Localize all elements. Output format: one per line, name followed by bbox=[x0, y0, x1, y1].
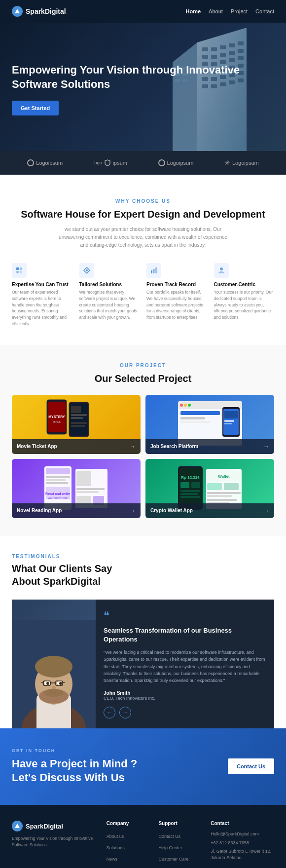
logo-item-3: Logoipsum bbox=[158, 159, 194, 166]
footer-link-contact[interactable]: Contact Us bbox=[158, 831, 201, 840]
footer-link-customer-care[interactable]: Customer Care bbox=[158, 854, 201, 863]
projects-grid: MYSTERY MINES Movie Ticket App → bbox=[12, 395, 274, 518]
svg-rect-46 bbox=[151, 270, 152, 273]
feature-title-2: Tailored Solutions bbox=[79, 282, 140, 287]
hero-cta-button[interactable]: Get Started bbox=[12, 101, 59, 115]
svg-rect-44 bbox=[20, 271, 22, 273]
svg-text:Rp 12.326: Rp 12.326 bbox=[181, 475, 200, 480]
svg-point-114 bbox=[59, 682, 62, 685]
footer-logo-icon bbox=[12, 821, 23, 831]
logo-star-icon: ✳ bbox=[224, 159, 230, 167]
footer-link-news[interactable]: News bbox=[107, 854, 149, 863]
footer-company-title: Company bbox=[107, 821, 149, 826]
footer-company-links: About us Solutions News Legal Privacy Po… bbox=[107, 831, 149, 868]
project-label-movie: Movie Ticket App → bbox=[12, 439, 141, 454]
project-card-movie[interactable]: MYSTERY MINES Movie Ticket App → bbox=[12, 395, 141, 454]
footer-brand: SparkDigital Empowering Your Vision thro… bbox=[12, 821, 97, 868]
svg-point-45 bbox=[86, 269, 88, 271]
testimonial-content: ❝ Seamless Transformation of our Busines… bbox=[96, 600, 274, 728]
hero-section: Empowering Your Vision through Innovativ… bbox=[0, 23, 286, 151]
svg-rect-67 bbox=[180, 417, 205, 419]
testimonials-heading: What Our Clients Say About SparkDigital bbox=[12, 562, 274, 588]
testimonial-prev-button[interactable]: ← bbox=[104, 707, 115, 718]
svg-rect-95 bbox=[180, 496, 200, 498]
svg-rect-10 bbox=[220, 53, 226, 57]
cta-contact-button[interactable]: Contact Us bbox=[228, 758, 274, 774]
footer-tagline: Empowering Your Vision through Innovativ… bbox=[12, 835, 97, 848]
svg-line-119 bbox=[63, 682, 65, 683]
arrow-icon-job: → bbox=[263, 443, 269, 450]
testimonial-next-button[interactable]: → bbox=[119, 707, 131, 718]
svg-rect-85 bbox=[76, 491, 99, 493]
svg-point-63 bbox=[180, 404, 183, 407]
project-card-job[interactable]: Job Search Platform → bbox=[145, 395, 274, 454]
feature-title-4: Customer-Centric bbox=[214, 282, 275, 287]
footer-link-about[interactable]: About us bbox=[107, 831, 149, 840]
svg-rect-76 bbox=[46, 476, 70, 478]
testimonials-section: TESTIMONIALS What Our Clients Say About … bbox=[0, 536, 286, 728]
footer-support-links: Contact Us Help Center Customer Care bbox=[158, 831, 201, 863]
svg-rect-94 bbox=[180, 493, 198, 495]
svg-rect-17 bbox=[238, 56, 244, 60]
logo-item-4: ✳ Logoipsum bbox=[224, 159, 259, 167]
svg-rect-77 bbox=[46, 479, 66, 481]
svg-text:MINES: MINES bbox=[53, 420, 61, 423]
svg-marker-122 bbox=[15, 824, 20, 828]
testimonial-card: ❝ Seamless Transformation of our Busines… bbox=[12, 600, 274, 728]
svg-rect-72 bbox=[224, 420, 234, 422]
footer-link-help[interactable]: Help Center bbox=[158, 842, 201, 851]
navbar: SparkDigital Home About Project Contact bbox=[0, 0, 286, 23]
nav-contact[interactable]: Contact bbox=[255, 8, 274, 14]
footer-phone: +62 812 8334 7658 bbox=[211, 840, 274, 846]
hero-heading: Empowering Your Vision through Innovativ… bbox=[12, 63, 274, 91]
why-title: Software House for Expert Design and Dev… bbox=[12, 208, 274, 221]
feature-customer: Customer-Centric Your success is our pri… bbox=[214, 263, 275, 327]
quote-mark-icon: ❝ bbox=[104, 609, 266, 622]
arrow-icon-novel: → bbox=[130, 507, 136, 514]
nav-logo: SparkDigital bbox=[12, 6, 66, 17]
svg-rect-9 bbox=[211, 55, 217, 59]
nav-links: Home About Project Contact bbox=[186, 8, 274, 14]
footer-link-solutions[interactable]: Solutions bbox=[107, 842, 149, 851]
project-label-job: Job Search Platform → bbox=[145, 439, 274, 454]
nav-about[interactable]: About bbox=[209, 8, 223, 14]
svg-rect-92 bbox=[191, 482, 200, 488]
footer-support-title: Support bbox=[158, 821, 201, 826]
footer-top: SparkDigital Empowering Your Vision thro… bbox=[12, 821, 274, 868]
svg-rect-100 bbox=[224, 483, 239, 490]
svg-rect-4 bbox=[211, 47, 217, 51]
logo-shield-icon bbox=[104, 159, 111, 166]
svg-point-64 bbox=[184, 404, 187, 407]
svg-rect-58 bbox=[71, 417, 83, 419]
svg-point-65 bbox=[188, 404, 191, 407]
feature-desc-2: We recognize that every software project… bbox=[79, 289, 140, 321]
nav-project[interactable]: Project bbox=[231, 8, 248, 14]
feature-tailored: Tailored Solutions We recognize that eve… bbox=[79, 263, 140, 327]
svg-rect-71 bbox=[224, 411, 238, 418]
svg-rect-66 bbox=[180, 411, 220, 415]
nav-home[interactable]: Home bbox=[186, 8, 201, 14]
svg-rect-7 bbox=[238, 41, 244, 45]
testimonial-photo bbox=[12, 600, 96, 728]
arrow-icon-crypto: → bbox=[263, 507, 269, 514]
svg-rect-56 bbox=[71, 406, 81, 413]
project-card-crypto[interactable]: Rp 12.326 Wallet bbox=[145, 459, 274, 518]
project-card-novel[interactable]: Read and write your story here Novel Rea… bbox=[12, 459, 141, 518]
svg-rect-11 bbox=[229, 51, 235, 55]
svg-rect-93 bbox=[180, 490, 200, 492]
track-record-icon bbox=[146, 263, 161, 278]
testimonial-nav: ← → bbox=[104, 707, 266, 718]
feature-track-record: Proven Track Record Our portfolio speaks… bbox=[146, 263, 207, 327]
svg-rect-8 bbox=[202, 55, 208, 59]
svg-rect-42 bbox=[20, 267, 22, 270]
footer-link-legal[interactable]: Legal bbox=[107, 865, 149, 868]
svg-rect-84 bbox=[76, 488, 105, 490]
svg-rect-102 bbox=[207, 495, 232, 497]
feature-desc-3: Our portfolio speaks for itself. We have… bbox=[146, 289, 207, 321]
footer-company-col: Company About us Solutions News Legal Pr… bbox=[107, 821, 149, 868]
cta-text: GET IN TOUCH Have a Project in Mind ? Le… bbox=[12, 748, 137, 785]
footer-email: Hello@SparkDigital.com bbox=[211, 831, 274, 837]
svg-rect-41 bbox=[16, 267, 19, 270]
logo-item-2: logo ipsum bbox=[94, 159, 127, 166]
testimonial-quote-text: "We were facing a critical need to moder… bbox=[104, 649, 266, 684]
